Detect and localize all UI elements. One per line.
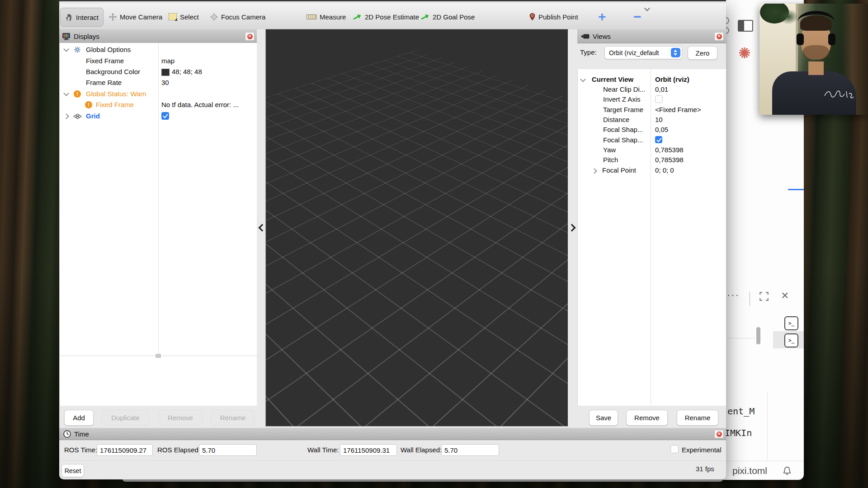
tree-label: Fixed Frame xyxy=(86,56,124,66)
invert-z-checkbox[interactable] xyxy=(655,95,663,103)
tree-value[interactable]: 30 xyxy=(161,77,169,88)
tool-2d-goal-pose[interactable]: 2D Goal Pose xyxy=(416,8,479,26)
tree-row-focal-point[interactable]: Focal Point 0; 0; 0 xyxy=(578,165,726,175)
wall-elapsed-field[interactable] xyxy=(441,444,499,456)
tree-row-current-view[interactable]: Current View Orbit (rviz) xyxy=(578,75,726,84)
tree-row-pitch[interactable]: Pitch 0,785398 xyxy=(578,155,726,165)
3d-viewport[interactable] xyxy=(266,29,568,426)
tree-row-distance[interactable]: Distance 10 xyxy=(578,115,726,125)
rename-view-button[interactable]: Rename xyxy=(677,410,718,426)
scrollbar-thumb[interactable] xyxy=(756,327,760,344)
wall-time-field[interactable] xyxy=(340,444,397,456)
focal-shape-fixed-checkbox[interactable] xyxy=(655,136,662,143)
tool-2d-pose-estimate[interactable]: 2D Pose Estimate xyxy=(348,8,424,26)
rviz-window: Interact Move Camera Select xyxy=(59,0,726,479)
tree-row-fixed-frame[interactable]: Fixed Frame map xyxy=(60,56,257,66)
ground-grid xyxy=(266,29,568,350)
color-swatch[interactable] xyxy=(161,69,170,76)
views-panel-titlebar[interactable]: Views ✕ xyxy=(577,29,726,43)
panel-title: Time xyxy=(74,430,89,438)
tree-label: Yaw xyxy=(603,145,616,155)
displays-tree: Global Options Fixed Frame map Backgroun… xyxy=(59,43,258,406)
tree-row-background-color[interactable]: Background Color 48; 48; 48 xyxy=(60,66,257,77)
tree-value[interactable]: map xyxy=(161,56,175,66)
warning-icon: ! xyxy=(85,101,92,108)
panel-title: Displays xyxy=(74,33,99,40)
tool-focus-camera[interactable]: Focus Camera xyxy=(206,8,270,26)
tree-row-global-status[interactable]: ! Global Status: Warn xyxy=(60,89,257,99)
toolbar-overflow-icon[interactable] xyxy=(644,5,650,11)
tree-value[interactable]: <Fixed Frame> xyxy=(655,105,701,115)
tree-row-invert-z[interactable]: Invert Z Axis xyxy=(578,94,726,104)
displays-panel-titlebar[interactable]: Displays ✕ xyxy=(59,29,257,43)
collapse-right-panel-handle[interactable] xyxy=(568,29,577,426)
button-label: Remove xyxy=(634,414,660,422)
chevron-down-icon[interactable] xyxy=(580,76,586,82)
close-panel-button[interactable]: ✕ xyxy=(714,32,724,41)
tool-label: Move Camera xyxy=(120,13,162,21)
tree-row-frame-rate[interactable]: Frame Rate 30 xyxy=(60,77,257,88)
terminal-icon[interactable]: >_ xyxy=(784,316,798,330)
tree-row-grid[interactable]: Grid xyxy=(60,111,257,122)
tool-measure[interactable]: Measure xyxy=(302,8,350,26)
statusbar-file-label[interactable]: pixi.toml xyxy=(732,465,767,476)
tree-value[interactable]: 0,785398 xyxy=(655,155,684,165)
ros-time-field[interactable] xyxy=(97,444,153,456)
tree-value[interactable]: 0,01 xyxy=(655,84,668,94)
save-view-button[interactable]: Save xyxy=(589,410,618,426)
tree-value[interactable]: 48; 48; 48 xyxy=(172,66,202,77)
tree-value[interactable]: 0,785398 xyxy=(655,145,684,155)
add-tool-button[interactable]: + xyxy=(598,9,606,24)
rename-display-button[interactable]: Rename xyxy=(211,410,255,426)
chevron-right-icon[interactable] xyxy=(591,168,597,174)
tool-move-camera[interactable]: Move Camera xyxy=(104,8,167,26)
headphones-band xyxy=(797,11,835,33)
terminal-icon[interactable]: >_ xyxy=(784,333,798,347)
collapse-left-panel-handle[interactable] xyxy=(257,29,266,426)
close-panel-button[interactable]: ✕ xyxy=(245,32,255,41)
button-label: Rename xyxy=(220,414,246,422)
tool-select[interactable]: Select xyxy=(164,8,203,26)
tree-label: Pitch xyxy=(603,155,618,165)
experimental-checkbox[interactable] xyxy=(670,445,679,453)
button-label: Duplicate xyxy=(111,414,140,422)
sidebar-toggle-icon[interactable] xyxy=(738,20,753,32)
grid-enabled-checkbox[interactable] xyxy=(161,112,169,120)
tree-row-fixed-frame-warning[interactable]: ! Fixed Frame No tf data. Actual error: … xyxy=(60,99,257,110)
chevron-down-icon[interactable] xyxy=(63,90,69,96)
views-camera-icon xyxy=(580,33,590,39)
tool-interact[interactable]: Interact xyxy=(60,8,104,27)
close-icon[interactable]: × xyxy=(781,289,788,302)
duplicate-display-button[interactable]: Duplicate xyxy=(102,410,149,426)
tree-value[interactable]: 0; 0; 0 xyxy=(655,165,674,175)
tree-row-near-clip[interactable]: Near Clip Di... 0,01 xyxy=(578,84,726,94)
ros-elapsed-field[interactable] xyxy=(199,444,257,456)
tree-value[interactable]: 10 xyxy=(655,115,663,125)
tree-value[interactable]: 0,05 xyxy=(655,125,668,135)
reset-button[interactable]: Reset xyxy=(61,464,84,477)
bell-icon[interactable] xyxy=(782,466,792,476)
close-icon: ✕ xyxy=(247,34,253,39)
close-panel-button[interactable]: ✕ xyxy=(714,430,724,438)
zero-view-button[interactable]: Zero xyxy=(688,46,717,60)
tree-row-yaw[interactable]: Yaw 0,785398 xyxy=(578,145,726,155)
view-type-dropdown[interactable]: Orbit (rviz_default xyxy=(604,46,682,59)
person-neck xyxy=(808,61,824,75)
tree-label: Near Clip Di... xyxy=(603,84,645,94)
remove-display-button[interactable]: Remove xyxy=(158,410,203,426)
tree-row-target-frame[interactable]: Target Frame <Fixed Frame> xyxy=(578,105,726,115)
expand-icon[interactable] xyxy=(760,292,769,301)
more-actions-icon[interactable]: ··· xyxy=(727,289,740,301)
time-panel-titlebar[interactable]: Time ✕ xyxy=(59,428,726,440)
tool-publish-point[interactable]: Publish Point xyxy=(525,8,583,26)
remove-view-button[interactable]: Remove xyxy=(626,410,668,426)
tree-row-focal-shape-fixed[interactable]: Focal Shap... xyxy=(578,135,726,145)
tree-row-global-options[interactable]: Global Options xyxy=(60,44,257,55)
chevron-down-icon[interactable] xyxy=(63,46,69,52)
view-type-value: Orbit (rviz_default xyxy=(609,49,671,56)
add-display-button[interactable]: Add xyxy=(64,410,94,426)
chevron-right-icon[interactable] xyxy=(63,113,69,119)
remove-tool-button[interactable]: − xyxy=(633,9,642,24)
tree-row-focal-shape-size[interactable]: Focal Shap... 0,05 xyxy=(578,125,726,135)
splitter-handle[interactable] xyxy=(156,354,161,358)
